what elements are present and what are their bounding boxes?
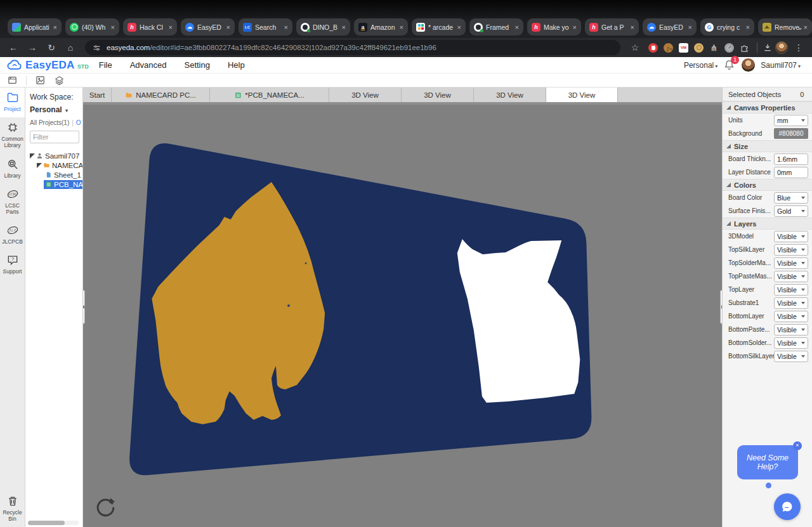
globe-extension-icon[interactable] [724,43,734,53]
browser-tab[interactable]: (40) Wh× [65,18,119,36]
background-color-swatch[interactable]: #808080 [774,128,808,139]
browser-tab[interactable]: ☁EasyED× [643,18,697,36]
workspace-dropdown[interactable]: Personal▾ [684,61,717,70]
sidebar-item-recycle-bin[interactable]: Recycle Bin [0,491,25,527]
back-button[interactable]: ← [5,42,22,53]
tab-close-icon[interactable]: × [573,23,577,31]
address-bar[interactable]: easyeda.com/editor#id=ae3fbb0802274a199d… [85,40,620,55]
notifications-button[interactable]: 1 [723,59,736,72]
sidebar-item-project[interactable]: Project [0,88,25,117]
tab-close-icon[interactable]: × [169,23,173,31]
browser-tab[interactable]: ☁EasyED× [181,18,235,36]
project-filter-input[interactable] [30,131,79,143]
downloads-icon[interactable] [763,42,773,53]
browser-tab[interactable]: aAmazon× [354,18,408,36]
topsolderma-select[interactable]: Visible [774,257,808,269]
tree-item-sheet-1[interactable]: Sheet_1 [30,170,82,179]
vm-extension-icon[interactable]: VM [679,43,688,53]
open-project-link[interactable]: O [76,119,81,126]
menu-setting[interactable]: Setting [184,60,209,70]
forward-button[interactable]: → [24,42,41,53]
3dmodel-select[interactable]: Visible [774,231,808,242]
tree-item-pcb-namec[interactable]: PCB_NAMEC [30,179,82,189]
tab-close-icon[interactable]: × [688,23,692,31]
tab-close-icon[interactable]: × [53,23,57,31]
home-button[interactable]: ⌂ [62,42,79,53]
section-colors[interactable]: Colors [723,179,812,191]
tab-close-icon[interactable]: × [111,23,115,31]
tree-item-saumil707[interactable]: Saumil707 [30,151,82,160]
document-tab[interactable]: Start [83,88,112,102]
bottomlayer-select[interactable]: Visible [774,311,808,322]
help-bubble[interactable]: Need Some Help? × [737,445,798,479]
section-size[interactable]: Size [723,140,812,152]
toplayer-select[interactable]: Visible [774,284,808,296]
tree-item-namecard-f[interactable]: NAMECARD F [30,160,82,170]
account-dropdown[interactable]: Saumil707▾ [761,61,801,70]
3d-viewport[interactable] [83,105,722,527]
tab-close-icon[interactable]: × [515,23,519,31]
gold-extension-icon[interactable] [694,43,704,53]
close-icon[interactable]: × [793,441,802,450]
adblocker-extension-icon[interactable] [648,43,658,53]
units-select[interactable]: mm [774,115,808,126]
claw-extension-icon[interactable]: ⋔ [709,43,719,53]
bookmark-star-icon[interactable]: ☆ [627,42,643,53]
substrate1-select[interactable]: Visible [774,297,808,309]
document-tab[interactable]: 3D View [329,88,402,102]
browser-tab[interactable]: * arcade× [412,18,466,36]
tab-close-icon[interactable]: × [804,23,808,31]
cookie-extension-icon[interactable] [664,43,673,53]
menu-file[interactable]: File [99,60,112,70]
surface-finis-select[interactable]: Gold [774,205,808,217]
tab-close-icon[interactable]: × [400,23,403,31]
document-tab[interactable]: *PCB_NAMECA... [210,88,329,102]
browser-tab[interactable]: LCSearch× [239,18,292,36]
save-icon[interactable] [7,75,18,86]
extensions-puzzle-icon[interactable] [740,43,749,53]
browser-tab[interactable]: Framed× [469,18,523,36]
layer-distance-input[interactable]: 0mm [774,167,808,178]
pcb-3d-render[interactable] [83,105,722,527]
collapse-left-panel-handle[interactable] [83,290,85,324]
document-tab[interactable]: 3D View [402,88,474,102]
document-tab[interactable]: NAMECARD PC... [112,88,210,102]
browser-tab[interactable]: Remove× [758,18,812,36]
layers-icon[interactable] [54,75,65,86]
tab-close-icon[interactable]: × [226,23,230,31]
tab-close-icon[interactable]: × [746,23,750,31]
tab-close-icon[interactable]: × [631,23,634,31]
collapse-right-panel-handle[interactable] [720,290,722,324]
topsilklayer-select[interactable]: Visible [774,244,808,256]
sidebar-item-lcsc-parts[interactable]: LCSCLCSC Parts [0,184,25,220]
user-avatar[interactable] [742,58,755,72]
bottompaste-select[interactable]: Visible [774,324,808,335]
menu-advanced[interactable]: Advanced [130,60,167,70]
workspace-selector[interactable]: Personal ▾ [30,105,82,114]
sidebar-item-library[interactable]: Library [0,154,25,184]
export-image-icon[interactable] [35,75,46,86]
tab-close-icon[interactable]: × [342,23,346,31]
url-text[interactable]: easyeda.com/editor#id=ae3fbb0802274a199d… [107,44,436,51]
tab-close-icon[interactable]: × [284,23,288,31]
sidebar-item-common-library[interactable]: Common Library [0,117,25,153]
horizontal-scrollbar[interactable] [28,521,79,525]
browser-profile-avatar[interactable] [775,41,788,54]
browser-tab[interactable]: hHack Cl× [123,18,177,36]
browser-tab[interactable]: Gcrying c× [700,18,754,36]
browser-tab[interactable]: DINO_B× [296,18,350,36]
document-tab[interactable]: 3D View [474,88,546,102]
toppastemas-select[interactable]: Visible [774,271,808,282]
bottomsolder-select[interactable]: Visible [774,337,808,349]
rotate-view-icon[interactable] [93,495,117,519]
document-tab[interactable]: 3D View [546,88,618,102]
site-settings-icon[interactable] [93,44,101,52]
tab-close-icon[interactable]: × [457,23,461,31]
sidebar-item-jlcpcb[interactable]: J L CJLCPCB [0,220,25,250]
chat-button[interactable] [774,493,801,520]
browser-tab[interactable]: hGet a P× [585,18,639,36]
all-projects-label[interactable]: All Projects(1) [30,119,69,126]
browser-tab[interactable]: Applicati× [8,18,62,36]
menu-help[interactable]: Help [228,60,245,70]
browser-menu-kebab-icon[interactable]: ⋮ [790,42,807,53]
